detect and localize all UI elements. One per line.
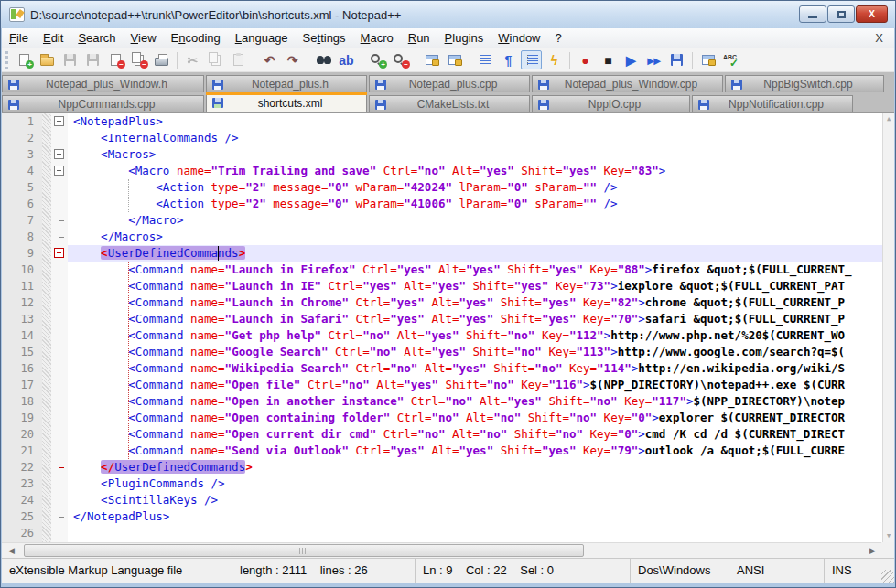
close-button[interactable]: X bbox=[856, 5, 888, 23]
code-line-1[interactable]: <NotepadPlus> bbox=[68, 113, 882, 130]
toolbar-word-wrap-button[interactable] bbox=[475, 50, 496, 69]
status-encoding[interactable]: ANSI bbox=[729, 559, 825, 583]
toolbar-close-button[interactable]: − bbox=[105, 50, 126, 69]
horizontal-scrollbar[interactable]: ◀ ▶ bbox=[2, 542, 894, 558]
scroll-right-arrow-icon[interactable]: ▶ bbox=[865, 543, 880, 558]
code-line-19[interactable]: <Command name="Open containing folder" C… bbox=[68, 410, 882, 426]
toolbar-new-file-button[interactable]: + bbox=[14, 50, 35, 69]
toolbar-paste-button[interactable] bbox=[228, 50, 249, 69]
fold-toggle-line-1[interactable] bbox=[54, 116, 64, 126]
code-line-16[interactable]: <Command name="Wikipedia Search" Ctrl="n… bbox=[68, 360, 882, 377]
bookmark-margin[interactable] bbox=[42, 113, 51, 542]
toolbar-macro-record-button[interactable]: ● bbox=[575, 50, 596, 69]
code-line-8[interactable]: </Macros> bbox=[68, 229, 882, 245]
menu-item-item[interactable]: ? bbox=[548, 28, 569, 48]
menu-item-file[interactable]: File bbox=[2, 28, 36, 48]
toolbar-zoom-in-button[interactable]: + bbox=[367, 50, 388, 69]
scroll-up-arrow-icon[interactable]: ▲ bbox=[883, 113, 894, 125]
toolbar-sync-vertical-scrolling-button[interactable] bbox=[421, 50, 442, 69]
toolbar-macro-save-button[interactable] bbox=[666, 50, 687, 69]
scroll-left-arrow-icon[interactable]: ◀ bbox=[4, 543, 19, 558]
tab-nppio-cpp[interactable]: NppIO.cpp bbox=[532, 95, 690, 112]
toolbar-save-all-button[interactable] bbox=[82, 50, 103, 69]
toolbar-open-file-button[interactable] bbox=[37, 50, 58, 69]
toolbar-macro-play-multiple-button[interactable]: ▸▸ bbox=[643, 50, 664, 69]
code-line-4[interactable]: <Macro name="Trim Trailing and save" Ctr… bbox=[68, 163, 882, 179]
tab-shortcuts-xml[interactable]: shortcuts.xml bbox=[206, 92, 367, 112]
menu-item-view[interactable]: View bbox=[124, 28, 164, 48]
code-line-10[interactable]: <Command name="Launch in Firefox" Ctrl="… bbox=[68, 262, 882, 278]
tab-cmakelists-txt[interactable]: CMakeLists.txt bbox=[369, 95, 530, 112]
code-line-11[interactable]: <Command name="Launch in IE" Ctrl="yes" … bbox=[68, 278, 882, 294]
tab-nppcommands-cpp[interactable]: NppCommands.cpp bbox=[2, 95, 204, 112]
maximize-button[interactable] bbox=[827, 5, 855, 23]
menu-close-document-button[interactable]: X bbox=[864, 31, 894, 45]
toolbar-gripper[interactable] bbox=[5, 51, 8, 69]
code-line-5[interactable]: <Action type="2" message="0" wParam="420… bbox=[68, 179, 882, 196]
tab-notepad-plus-h[interactable]: Notepad_plus.h bbox=[206, 75, 367, 92]
tab-notepad-plus-window-cpp[interactable]: Notepad_plus_Window.cpp bbox=[532, 75, 723, 92]
menu-item-language[interactable]: Language bbox=[228, 28, 296, 48]
toolbar-view-in-browser-button[interactable] bbox=[697, 50, 718, 69]
code-line-17[interactable]: <Command name="Open file" Ctrl="no" Alt=… bbox=[68, 377, 882, 393]
toolbar-undo-button[interactable]: ↶ bbox=[259, 50, 280, 69]
fold-toggle-line-3[interactable] bbox=[54, 149, 64, 159]
toolbar-replace-button[interactable]: ab bbox=[336, 50, 357, 69]
code-line-12[interactable]: <Command name="Launch in Chrome" Ctrl="y… bbox=[68, 294, 882, 311]
menu-item-macro[interactable]: Macro bbox=[353, 28, 401, 48]
tab-notepad-plus-window-h[interactable]: Notepad_plus_Window.h bbox=[2, 75, 204, 92]
toolbar-function-list-button[interactable]: ϟ bbox=[544, 50, 565, 69]
menu-item-edit[interactable]: Edit bbox=[36, 28, 70, 48]
toolbar-print-button[interactable] bbox=[151, 50, 172, 69]
toolbar-sync-horizontal-scrolling-button[interactable] bbox=[444, 50, 465, 69]
code-line-23[interactable]: <PluginCommands /> bbox=[68, 476, 882, 492]
fold-toggle-line-4[interactable] bbox=[54, 166, 64, 176]
toolbar-redo-button[interactable]: ↷ bbox=[282, 50, 303, 69]
code-line-24[interactable]: <ScintillaKeys /> bbox=[68, 492, 882, 508]
scroll-down-arrow-icon[interactable]: ▼ bbox=[883, 530, 894, 542]
code-line-14[interactable]: <Command name="Get php help" Ctrl="no" A… bbox=[68, 327, 882, 344]
toolbar-show-indent-guide-button[interactable] bbox=[521, 50, 542, 69]
toolbar-macro-stop-button[interactable]: ■ bbox=[598, 50, 619, 69]
code-area[interactable]: <NotepadPlus> <InternalCommands /> <Macr… bbox=[68, 113, 882, 542]
resize-grip[interactable] bbox=[881, 570, 894, 583]
menu-item-encoding[interactable]: Encoding bbox=[164, 28, 228, 48]
code-line-3[interactable]: <Macros> bbox=[68, 146, 882, 163]
toolbar-cut-button[interactable]: ✂ bbox=[182, 50, 203, 69]
code-line-22[interactable]: </UserDefinedCommands> bbox=[68, 459, 882, 476]
code-line-13[interactable]: <Command name="Launch in Safari" Ctrl="y… bbox=[68, 311, 882, 327]
toolbar-show-all-characters-button[interactable]: ¶ bbox=[498, 50, 519, 69]
menu-item-search[interactable]: Search bbox=[70, 28, 123, 48]
code-line-20[interactable]: <Command name="Open current dir cmd" Ctr… bbox=[68, 426, 882, 443]
fold-toggle-line-9[interactable] bbox=[54, 248, 64, 258]
code-line-21[interactable]: <Command name="Send via Outlook" Ctrl="y… bbox=[68, 443, 882, 459]
toolbar-copy-button[interactable] bbox=[205, 50, 226, 69]
toolbar-save-button[interactable] bbox=[59, 50, 81, 69]
horizontal-scrollbar-thumb[interactable] bbox=[24, 544, 584, 557]
menu-item-window[interactable]: Window bbox=[491, 28, 547, 48]
code-line-15[interactable]: <Command name="Google Search" Ctrl="no" … bbox=[68, 344, 882, 360]
menu-item-settings[interactable]: Settings bbox=[296, 28, 353, 48]
toolbar-macro-play-button[interactable]: ▶ bbox=[621, 50, 642, 69]
menu-item-plugins[interactable]: Plugins bbox=[437, 28, 491, 48]
toolbar-find-button[interactable] bbox=[313, 50, 334, 69]
status-eol-format[interactable]: Dos\Windows bbox=[631, 559, 729, 583]
code-line-6[interactable]: <Action type="2" message="0" wParam="410… bbox=[68, 196, 882, 212]
toolbar-spell-check-button[interactable] bbox=[720, 50, 741, 69]
code-line-9[interactable]: <UserDefinedCommands> bbox=[68, 245, 882, 262]
tab-notepad-plus-cpp[interactable]: Notepad_plus.cpp bbox=[369, 75, 530, 92]
menu-item-run[interactable]: Run bbox=[401, 28, 437, 48]
code-line-18[interactable]: <Command name="Open in another instance"… bbox=[68, 393, 882, 410]
code-line-7[interactable]: </Macro> bbox=[68, 212, 882, 229]
minimize-button[interactable] bbox=[799, 5, 826, 23]
vertical-scrollbar[interactable]: ▲ ▼ bbox=[882, 113, 894, 542]
status-insert-mode[interactable]: INS bbox=[825, 559, 878, 583]
code-line-2[interactable]: <InternalCommands /> bbox=[68, 130, 882, 146]
tab-nppbigswitch-cpp[interactable]: NppBigSwitch.cpp bbox=[725, 75, 884, 92]
toolbar-zoom-out-button[interactable]: − bbox=[390, 50, 411, 69]
code-line-26[interactable] bbox=[68, 525, 882, 541]
tab-nppnotification-cpp[interactable]: NppNotification.cpp bbox=[692, 95, 853, 112]
editor[interactable]: 1234567891011121314151617181920212223242… bbox=[2, 112, 894, 542]
toolbar-close-all-button[interactable]: − bbox=[128, 50, 149, 69]
code-line-25[interactable]: </NotepadPlus> bbox=[68, 508, 882, 525]
